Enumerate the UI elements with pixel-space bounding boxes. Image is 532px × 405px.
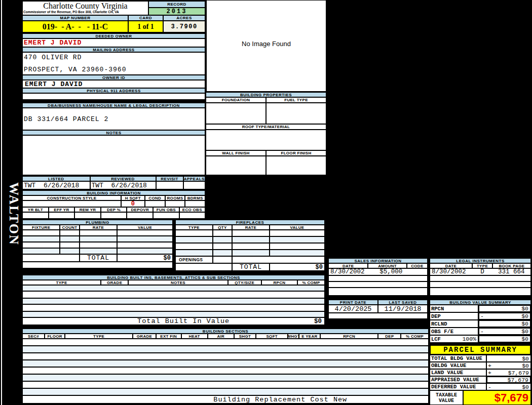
fp-type-label: TYPE [175,225,213,230]
construction-style-value [22,200,121,207]
legal-bookpage-label: BOOK PAGE [492,263,531,268]
bs-whgt-label: WHGT [288,334,299,339]
bs-type-label: TYPE [65,334,133,339]
plumbing-total-value: $0 [117,254,173,262]
dep-pct-value [101,212,127,219]
deeded-owner-label: DEEDED OWNER [22,33,205,38]
watermark-walton: WALTON [1,173,21,254]
building-value-summary: BUILDING VALUE SUMMARY RPCN $0 DEP - $0 … [430,300,531,343]
reviewed-label: REVIEWED [90,176,156,181]
remyr-label: REM YR [74,207,101,212]
last-saved-label: LAST SAVED [378,300,428,305]
deeded-owner-value: EMERT J DAVID [22,38,205,47]
appeals-label: APPEALS [183,176,205,181]
sales-information: SALES INFORMATION DATE AMOUNT CODE 8/30/… [328,258,428,296]
building-information-title: BUILDING INFORMATION [22,190,205,195]
building-properties-title: BUILDING PROPERTIES [206,92,326,97]
bs-heat-label: HEAT [181,334,208,339]
reviewed-value: TWT 6/26/2018 [90,181,156,189]
ps-appraised-label: APPRAISED VALUE [430,376,486,383]
vs-rclnd-value: $0 [521,320,530,327]
plumbing-total-label: TOTAL [80,254,117,262]
taxable-label-line2: VALUE [439,398,454,403]
map-number-value: 019- - A- - - 11-C [22,21,128,32]
bs-sqft-label: SQFT [256,334,288,339]
ps-deferred-value: $0 [522,384,530,390]
sales-code-label: CODE [407,263,428,268]
bs-grade-label: GRADE [133,334,156,339]
legal-bookpage-value: 331 664 [492,268,530,275]
card-value: 1 of 1 [128,21,163,32]
vs-lcf-label: LCF 100% [430,335,478,343]
cond-value [145,200,165,207]
legal-date-value: 8/30/2002 [430,268,472,275]
foundation-label: FOUNDATION [206,97,266,103]
bi-comp-label: % COMP [297,280,325,285]
value-summary-title: BUILDING VALUE SUMMARY [430,300,531,305]
vs-dep-sign: - [479,313,484,319]
yrblt-label: YR BLT [22,207,49,212]
notes-area [22,135,205,175]
mailing-address-block: 470 OLIVER RD PROSPECT, VA 23960-3960 [22,52,205,75]
ps-deferred-sign: - [487,384,491,390]
appeals-value [183,181,205,189]
construction-style-label: CONSTRUCTION STYLE [22,195,121,200]
print-date-value: 4/20/2025 [328,305,378,313]
fp-value-label: VALUE [270,225,325,230]
fuel-type-label: FUEL TYPE [266,97,326,103]
print-info-blank [328,313,428,319]
legal-row: 8/30/2002 D 331 664 [430,268,531,275]
built-ins-table: BUILDING BUILT INS, BASEMENTS, ATTICS & … [22,275,325,325]
physical-911-label: PHYSICAL 911 ADDRESS [22,88,205,93]
building-properties: BUILDING PROPERTIES FOUNDATION FUEL TYPE… [206,92,326,175]
bs-floor-label: FLOOR [45,334,65,339]
hsqft-value: 0 [121,200,145,207]
owner-id-label: OWNER ID [22,75,205,80]
notes-label: NOTES [22,130,205,135]
bi-grade-label: GRADE [101,280,128,285]
taxable-label-line1: TAXABLE [436,392,457,398]
built-ins-title: BUILDING BUILT INS, BASEMENTS, ATTICS & … [22,275,325,280]
bi-qty-label: QTY/SIZE [228,280,261,285]
parcel-summary: PARCEL SUMMARY TOTAL BLDG VALUE $0 OBLDG… [430,345,531,405]
card-label: CARD [128,15,163,21]
built-ins-total-value: $0 [314,318,324,325]
floor-finish-value [266,156,326,175]
vs-rclnd-label: RCLND [430,320,478,328]
address-line1: 470 OLIVER RD [24,54,204,61]
left-card: Charlotte County Virginia Commissioner o… [22,1,205,175]
fp-rate-label: RATE [232,225,270,230]
ps-appraised-value: $7,679 [508,377,530,383]
effyr-value [49,212,75,219]
bs-air-label: AIR [208,334,234,339]
listed-value: TWT 6/26/2018 [22,181,90,189]
ps-total-bldg-value: $0 [522,355,530,362]
ps-land-value: $7,679 [508,370,530,376]
funobs-label: FUN OBS [153,207,179,212]
roof-type-value [206,130,326,150]
plumbing-table: PLUMBING FIXTURE COUNT RATE VALUE TOTAL … [22,220,173,268]
funobs-value [153,212,179,219]
building-information: BUILDING INFORMATION CONSTRUCTION STYLE … [22,190,205,219]
bi-notes-label: NOTES [128,280,228,285]
sales-title: SALES INFORMATION [328,258,428,263]
vs-rpcn-value: $0 [521,305,530,312]
acres-value: 3.7900 [163,21,205,32]
sales-date-value: 8/30/2002 [329,268,368,275]
legal-type-label: TYPE [472,263,492,268]
county-name: Charlotte County Virginia [23,2,148,10]
depovr-label: DEPOVR [127,207,153,212]
bs-eyear-label: E YEAR [299,334,320,339]
map-number-label: MAP NUMBER [22,15,128,21]
floor-finish-label: FLOOR FINISH [266,150,326,156]
wall-finish-label: WALL FINISH [206,150,266,156]
building-sections-title: BUILDING SECTIONS [22,329,429,334]
no-image-text: No Image Found [242,40,291,48]
county-header: Charlotte County Virginia Commissioner o… [22,1,148,15]
bs-dep-label: DEP [378,334,401,339]
sales-row: 8/30/2002 $5,000 [328,268,428,275]
legal-description: DB 331/664 PARCEL 2 [22,108,205,130]
property-image-placeholder: No Image Found [206,0,326,92]
built-ins-total-label: Total Built In Value [137,317,230,325]
vs-obs-sign: - [479,328,484,335]
